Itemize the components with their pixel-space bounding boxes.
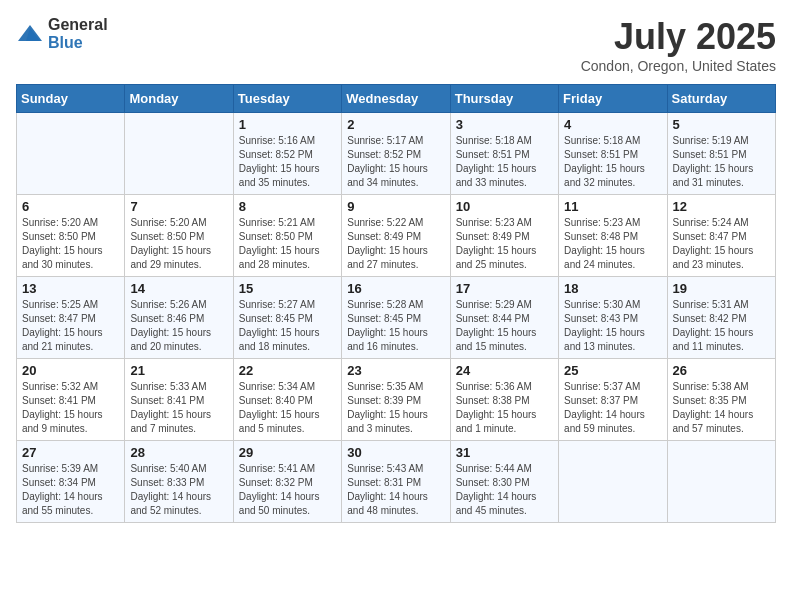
- day-number: 2: [347, 117, 444, 132]
- weekday-header-friday: Friday: [559, 85, 667, 113]
- day-number: 5: [673, 117, 770, 132]
- day-number: 22: [239, 363, 336, 378]
- calendar-body: 1Sunrise: 5:16 AM Sunset: 8:52 PM Daylig…: [17, 113, 776, 523]
- day-info: Sunrise: 5:31 AM Sunset: 8:42 PM Dayligh…: [673, 298, 770, 354]
- day-number: 21: [130, 363, 227, 378]
- day-number: 26: [673, 363, 770, 378]
- day-info: Sunrise: 5:40 AM Sunset: 8:33 PM Dayligh…: [130, 462, 227, 518]
- calendar-cell: 27Sunrise: 5:39 AM Sunset: 8:34 PM Dayli…: [17, 441, 125, 523]
- calendar-cell: 14Sunrise: 5:26 AM Sunset: 8:46 PM Dayli…: [125, 277, 233, 359]
- day-number: 4: [564, 117, 661, 132]
- day-number: 20: [22, 363, 119, 378]
- day-number: 6: [22, 199, 119, 214]
- day-number: 11: [564, 199, 661, 214]
- logo: General Blue: [16, 16, 108, 52]
- day-info: Sunrise: 5:27 AM Sunset: 8:45 PM Dayligh…: [239, 298, 336, 354]
- calendar-title: July 2025: [581, 16, 776, 58]
- day-info: Sunrise: 5:32 AM Sunset: 8:41 PM Dayligh…: [22, 380, 119, 436]
- calendar-table: SundayMondayTuesdayWednesdayThursdayFrid…: [16, 84, 776, 523]
- calendar-cell: 8Sunrise: 5:21 AM Sunset: 8:50 PM Daylig…: [233, 195, 341, 277]
- day-number: 27: [22, 445, 119, 460]
- day-info: Sunrise: 5:37 AM Sunset: 8:37 PM Dayligh…: [564, 380, 661, 436]
- day-number: 18: [564, 281, 661, 296]
- page-header: General Blue July 2025 Condon, Oregon, U…: [16, 16, 776, 74]
- calendar-week-5: 27Sunrise: 5:39 AM Sunset: 8:34 PM Dayli…: [17, 441, 776, 523]
- day-info: Sunrise: 5:29 AM Sunset: 8:44 PM Dayligh…: [456, 298, 553, 354]
- calendar-cell: 17Sunrise: 5:29 AM Sunset: 8:44 PM Dayli…: [450, 277, 558, 359]
- day-info: Sunrise: 5:24 AM Sunset: 8:47 PM Dayligh…: [673, 216, 770, 272]
- day-info: Sunrise: 5:26 AM Sunset: 8:46 PM Dayligh…: [130, 298, 227, 354]
- day-info: Sunrise: 5:34 AM Sunset: 8:40 PM Dayligh…: [239, 380, 336, 436]
- weekday-header-row: SundayMondayTuesdayWednesdayThursdayFrid…: [17, 85, 776, 113]
- calendar-cell: [559, 441, 667, 523]
- calendar-cell: 22Sunrise: 5:34 AM Sunset: 8:40 PM Dayli…: [233, 359, 341, 441]
- day-info: Sunrise: 5:36 AM Sunset: 8:38 PM Dayligh…: [456, 380, 553, 436]
- calendar-cell: 10Sunrise: 5:23 AM Sunset: 8:49 PM Dayli…: [450, 195, 558, 277]
- day-info: Sunrise: 5:39 AM Sunset: 8:34 PM Dayligh…: [22, 462, 119, 518]
- calendar-location: Condon, Oregon, United States: [581, 58, 776, 74]
- day-info: Sunrise: 5:17 AM Sunset: 8:52 PM Dayligh…: [347, 134, 444, 190]
- calendar-week-1: 1Sunrise: 5:16 AM Sunset: 8:52 PM Daylig…: [17, 113, 776, 195]
- day-info: Sunrise: 5:23 AM Sunset: 8:49 PM Dayligh…: [456, 216, 553, 272]
- calendar-cell: 18Sunrise: 5:30 AM Sunset: 8:43 PM Dayli…: [559, 277, 667, 359]
- day-number: 12: [673, 199, 770, 214]
- calendar-week-3: 13Sunrise: 5:25 AM Sunset: 8:47 PM Dayli…: [17, 277, 776, 359]
- weekday-header-thursday: Thursday: [450, 85, 558, 113]
- day-number: 17: [456, 281, 553, 296]
- day-info: Sunrise: 5:18 AM Sunset: 8:51 PM Dayligh…: [456, 134, 553, 190]
- day-info: Sunrise: 5:22 AM Sunset: 8:49 PM Dayligh…: [347, 216, 444, 272]
- day-info: Sunrise: 5:16 AM Sunset: 8:52 PM Dayligh…: [239, 134, 336, 190]
- day-number: 7: [130, 199, 227, 214]
- day-number: 25: [564, 363, 661, 378]
- weekday-header-sunday: Sunday: [17, 85, 125, 113]
- calendar-cell: 2Sunrise: 5:17 AM Sunset: 8:52 PM Daylig…: [342, 113, 450, 195]
- calendar-cell: [125, 113, 233, 195]
- calendar-cell: 31Sunrise: 5:44 AM Sunset: 8:30 PM Dayli…: [450, 441, 558, 523]
- day-info: Sunrise: 5:35 AM Sunset: 8:39 PM Dayligh…: [347, 380, 444, 436]
- calendar-cell: 20Sunrise: 5:32 AM Sunset: 8:41 PM Dayli…: [17, 359, 125, 441]
- calendar-cell: 4Sunrise: 5:18 AM Sunset: 8:51 PM Daylig…: [559, 113, 667, 195]
- day-info: Sunrise: 5:20 AM Sunset: 8:50 PM Dayligh…: [130, 216, 227, 272]
- calendar-cell: 29Sunrise: 5:41 AM Sunset: 8:32 PM Dayli…: [233, 441, 341, 523]
- day-number: 29: [239, 445, 336, 460]
- day-number: 13: [22, 281, 119, 296]
- calendar-cell: 23Sunrise: 5:35 AM Sunset: 8:39 PM Dayli…: [342, 359, 450, 441]
- day-info: Sunrise: 5:33 AM Sunset: 8:41 PM Dayligh…: [130, 380, 227, 436]
- day-number: 31: [456, 445, 553, 460]
- day-number: 19: [673, 281, 770, 296]
- calendar-cell: 3Sunrise: 5:18 AM Sunset: 8:51 PM Daylig…: [450, 113, 558, 195]
- calendar-week-4: 20Sunrise: 5:32 AM Sunset: 8:41 PM Dayli…: [17, 359, 776, 441]
- calendar-cell: 7Sunrise: 5:20 AM Sunset: 8:50 PM Daylig…: [125, 195, 233, 277]
- calendar-cell: 16Sunrise: 5:28 AM Sunset: 8:45 PM Dayli…: [342, 277, 450, 359]
- calendar-header: SundayMondayTuesdayWednesdayThursdayFrid…: [17, 85, 776, 113]
- day-info: Sunrise: 5:18 AM Sunset: 8:51 PM Dayligh…: [564, 134, 661, 190]
- calendar-cell: [17, 113, 125, 195]
- day-number: 8: [239, 199, 336, 214]
- weekday-header-tuesday: Tuesday: [233, 85, 341, 113]
- logo-text: General Blue: [48, 16, 108, 52]
- logo-general: General: [48, 16, 108, 33]
- calendar-cell: 15Sunrise: 5:27 AM Sunset: 8:45 PM Dayli…: [233, 277, 341, 359]
- day-info: Sunrise: 5:23 AM Sunset: 8:48 PM Dayligh…: [564, 216, 661, 272]
- weekday-header-saturday: Saturday: [667, 85, 775, 113]
- calendar-cell: 11Sunrise: 5:23 AM Sunset: 8:48 PM Dayli…: [559, 195, 667, 277]
- day-number: 23: [347, 363, 444, 378]
- day-info: Sunrise: 5:20 AM Sunset: 8:50 PM Dayligh…: [22, 216, 119, 272]
- title-block: July 2025 Condon, Oregon, United States: [581, 16, 776, 74]
- calendar-cell: 1Sunrise: 5:16 AM Sunset: 8:52 PM Daylig…: [233, 113, 341, 195]
- day-info: Sunrise: 5:41 AM Sunset: 8:32 PM Dayligh…: [239, 462, 336, 518]
- day-info: Sunrise: 5:38 AM Sunset: 8:35 PM Dayligh…: [673, 380, 770, 436]
- calendar-cell: 13Sunrise: 5:25 AM Sunset: 8:47 PM Dayli…: [17, 277, 125, 359]
- day-number: 30: [347, 445, 444, 460]
- day-info: Sunrise: 5:43 AM Sunset: 8:31 PM Dayligh…: [347, 462, 444, 518]
- day-info: Sunrise: 5:19 AM Sunset: 8:51 PM Dayligh…: [673, 134, 770, 190]
- day-info: Sunrise: 5:28 AM Sunset: 8:45 PM Dayligh…: [347, 298, 444, 354]
- weekday-header-wednesday: Wednesday: [342, 85, 450, 113]
- day-number: 24: [456, 363, 553, 378]
- logo-icon: [16, 23, 44, 45]
- logo-blue: Blue: [48, 34, 83, 51]
- day-number: 15: [239, 281, 336, 296]
- day-info: Sunrise: 5:30 AM Sunset: 8:43 PM Dayligh…: [564, 298, 661, 354]
- day-info: Sunrise: 5:44 AM Sunset: 8:30 PM Dayligh…: [456, 462, 553, 518]
- day-number: 16: [347, 281, 444, 296]
